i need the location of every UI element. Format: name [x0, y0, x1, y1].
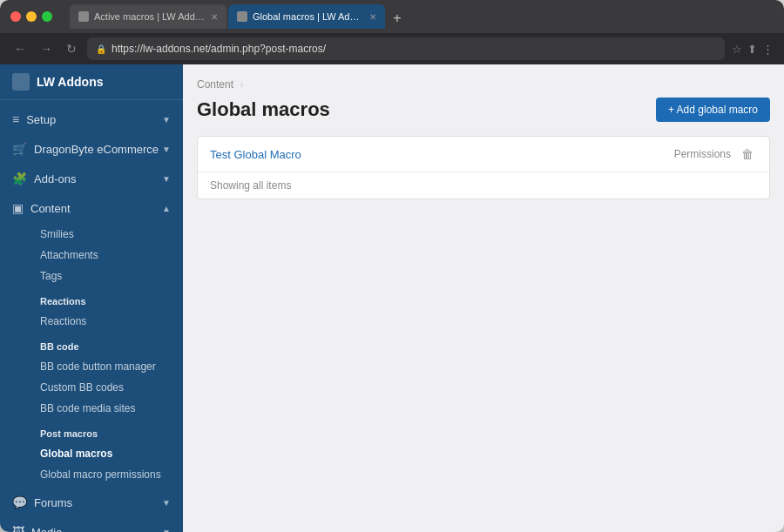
back-button[interactable]: ←: [10, 40, 30, 57]
sidebar-item-global-macros[interactable]: Global macros: [31, 443, 183, 464]
tab-favicon-2: [237, 11, 247, 22]
addons-chevron: ▼: [162, 174, 171, 184]
sidebar-section-setup: ≡ Setup ▼: [0, 105, 183, 133]
sidebar-item-setup[interactable]: ≡ Setup ▼: [0, 105, 183, 133]
sidebar-heading-post-macros: Post macros: [31, 424, 183, 443]
breadcrumb-content[interactable]: Content: [197, 78, 233, 91]
sidebar-heading-reactions: Reactions: [31, 292, 183, 311]
app-body: LW Addons ≡ Setup ▼: [0, 64, 784, 532]
sidebar-item-dragonbyte[interactable]: 🛒 DragonByte eCommerce ▼: [0, 135, 183, 163]
browser-titlebar: Active macros | LW Addons ✕ Global macro…: [0, 0, 784, 33]
sidebar-header: LW Addons: [0, 64, 183, 100]
breadcrumb: Content ›: [197, 78, 770, 91]
sidebar-item-forums[interactable]: 💬 Forums ▼: [0, 488, 183, 516]
browser-window: Active macros | LW Addons ✕ Global macro…: [0, 0, 784, 532]
dragonbyte-chevron: ▼: [162, 145, 171, 154]
content-chevron: ▲: [162, 204, 171, 213]
sidebar-item-global-macro-perms[interactable]: Global macro permissions: [31, 464, 183, 485]
sidebar-item-tags[interactable]: Tags: [31, 266, 183, 286]
url-bar[interactable]: 🔒 https://lw-addons.net/admin.php?post-m…: [87, 37, 725, 60]
sidebar-item-custom-bb[interactable]: Custom BB codes: [31, 377, 183, 398]
media-icon: 🖼: [12, 525, 24, 532]
sidebar-section-content: ▣ Content ▲ Smilies Attachments: [0, 194, 183, 487]
traffic-lights: [10, 11, 52, 22]
tab-close-1[interactable]: ✕: [211, 12, 218, 22]
addons-icon: 🧩: [12, 172, 27, 185]
content-icon: ▣: [12, 201, 24, 215]
tab-favicon-1: [78, 11, 89, 22]
tab-active-macros[interactable]: Active macros | LW Addons ✕: [70, 4, 226, 29]
close-button[interactable]: [10, 11, 21, 22]
sidebar-item-smilies[interactable]: Smilies: [31, 224, 183, 245]
showing-text: Showing all items: [198, 172, 769, 199]
content-label: Content: [30, 202, 71, 215]
breadcrumb-separator: ›: [240, 78, 243, 91]
sidebar-title: LW Addons: [37, 75, 103, 89]
sidebar-nav: ≡ Setup ▼ 🛒 DragonByte eCommerce ▼: [0, 100, 183, 532]
page-header: Global macros + Add global macro: [197, 98, 770, 122]
macro-name[interactable]: Test Global Macro: [210, 148, 674, 161]
content-area: Content › Global macros + Add global mac…: [183, 64, 784, 532]
dragonbyte-icon: 🛒: [12, 142, 27, 156]
sidebar-item-content[interactable]: ▣ Content ▲: [0, 194, 183, 222]
tab-close-2[interactable]: ✕: [369, 12, 376, 22]
addons-label: Add-ons: [34, 172, 76, 185]
content-sub-items: Smilies Attachments Tags Reactions React: [0, 222, 183, 487]
sidebar-heading-bbcode: BB code: [31, 337, 183, 356]
maximize-button[interactable]: [42, 11, 52, 22]
sidebar-item-attachments[interactable]: Attachments: [31, 245, 183, 266]
sidebar-section-dragonbyte: 🛒 DragonByte eCommerce ▼: [0, 135, 183, 163]
macro-row: Test Global Macro Permissions 🗑: [198, 137, 769, 172]
page-title: Global macros: [197, 98, 330, 121]
sidebar-item-bbcode-btn[interactable]: BB code button manager: [31, 356, 183, 377]
sidebar-logo: [12, 73, 30, 91]
tab-label-1: Active macros | LW Addons: [94, 11, 206, 22]
address-bar-icons: ☆ ⬆ ⋮: [732, 43, 774, 56]
tab-global-macros[interactable]: Global macros | LW Addons · ✕: [228, 4, 385, 29]
forums-label: Forums: [34, 496, 72, 509]
add-global-macro-button[interactable]: + Add global macro: [656, 98, 770, 122]
tab-label-2: Global macros | LW Addons ·: [253, 11, 364, 22]
setup-icon: ≡: [12, 112, 19, 126]
forums-icon: 💬: [12, 495, 27, 509]
url-text: https://lw-addons.net/admin.php?post-mac…: [112, 43, 326, 55]
sidebar-item-bb-media[interactable]: BB code media sites: [31, 398, 183, 419]
dragonbyte-label: DragonByte eCommerce: [34, 143, 159, 156]
setup-chevron: ▼: [162, 115, 171, 125]
share-icon[interactable]: ⬆: [747, 43, 757, 56]
more-icon[interactable]: ⋮: [762, 43, 774, 56]
sidebar-item-addons[interactable]: 🧩 Add-ons ▼: [0, 165, 183, 192]
sidebar-item-reactions[interactable]: Reactions: [31, 311, 183, 332]
sidebar: LW Addons ≡ Setup ▼: [0, 64, 183, 532]
forward-button[interactable]: →: [37, 40, 56, 57]
setup-label: Setup: [26, 113, 56, 126]
minimize-button[interactable]: [26, 11, 37, 22]
sidebar-item-media[interactable]: 🖼 Media ▼: [0, 518, 183, 532]
macros-card: Test Global Macro Permissions 🗑 Showing …: [197, 136, 770, 199]
media-label: Media: [31, 526, 62, 533]
lock-icon: 🔒: [96, 44, 106, 54]
star-icon[interactable]: ☆: [732, 43, 742, 56]
tabs-bar: Active macros | LW Addons ✕ Global macro…: [70, 4, 408, 29]
media-chevron: ▼: [162, 528, 171, 533]
sidebar-section-forums: 💬 Forums ▼: [0, 488, 183, 516]
delete-macro-button[interactable]: 🗑: [738, 145, 757, 163]
permissions-link[interactable]: Permissions: [674, 148, 731, 160]
address-bar: ← → ↻ 🔒 https://lw-addons.net/admin.php?…: [0, 33, 784, 64]
reload-button[interactable]: ↻: [63, 40, 80, 57]
sidebar-section-media: 🖼 Media ▼: [0, 518, 183, 532]
sidebar-section-addons: 🧩 Add-ons ▼: [0, 165, 183, 192]
macro-actions: Permissions 🗑: [674, 145, 757, 163]
forums-chevron: ▼: [162, 498, 171, 508]
new-tab-button[interactable]: +: [387, 8, 408, 29]
